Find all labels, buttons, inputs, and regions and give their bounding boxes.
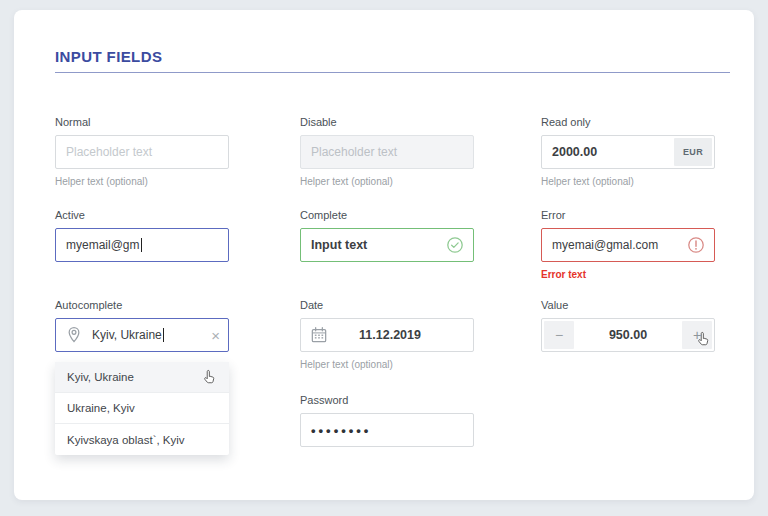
- placeholder-text: Placeholder text: [311, 145, 397, 159]
- decrement-button[interactable]: −: [544, 321, 574, 349]
- text-caret: [141, 238, 142, 252]
- active-value: myemail@gm: [66, 238, 140, 252]
- error-text: Error text: [541, 269, 715, 280]
- complete-input[interactable]: Input text: [300, 228, 474, 262]
- autocomplete-dropdown: Kyiv, Ukraine Ukraine, Kyiv Kyivskaya ob…: [55, 362, 229, 455]
- field-normal: Normal Placeholder text Helper text (opt…: [55, 116, 229, 187]
- readonly-input: 2000.00 EUR: [541, 135, 715, 169]
- autocomplete-value: Kyiv, Ukraine: [92, 328, 162, 342]
- hand-cursor-icon: [694, 331, 711, 348]
- error-value: myemai@gmal.com: [552, 238, 658, 252]
- normal-input[interactable]: Placeholder text: [55, 135, 229, 169]
- field-label: Disable: [300, 116, 474, 128]
- field-label: Autocomplete: [55, 299, 229, 311]
- field-complete: Complete Input text: [300, 209, 474, 262]
- field-readonly: Read only 2000.00 EUR Helper text (optio…: [541, 116, 715, 187]
- field-label: Complete: [300, 209, 474, 221]
- quantity-stepper[interactable]: − 950.00 +: [541, 318, 715, 352]
- dropdown-option-label: Ukraine, Kyiv: [67, 402, 135, 414]
- complete-value: Input text: [311, 238, 367, 252]
- field-label: Date: [300, 299, 474, 311]
- password-value: ••••••••: [311, 423, 371, 438]
- title-divider: [55, 72, 730, 73]
- error-circle-icon: [687, 236, 705, 254]
- location-pin-icon: [64, 325, 84, 345]
- field-active: Active myemail@gm: [55, 209, 229, 262]
- field-label: Active: [55, 209, 229, 221]
- page-title: INPUT FIELDS: [55, 48, 162, 65]
- dropdown-option[interactable]: Ukraine, Kyiv: [55, 393, 229, 424]
- dropdown-option[interactable]: Kyivskaya oblast`, Kyiv: [55, 424, 229, 455]
- field-label: Error: [541, 209, 715, 221]
- field-label: Value: [541, 299, 715, 311]
- field-password: Password ••••••••: [300, 394, 474, 447]
- field-label: Password: [300, 394, 474, 406]
- dropdown-option[interactable]: Kyiv, Ukraine: [55, 362, 229, 393]
- calendar-icon[interactable]: [309, 325, 329, 345]
- field-label: Read only: [541, 116, 715, 128]
- readonly-value: 2000.00: [552, 145, 597, 159]
- error-input[interactable]: myemai@gmal.com: [541, 228, 715, 262]
- placeholder-text: Placeholder text: [66, 145, 152, 159]
- check-circle-icon: [446, 236, 464, 254]
- currency-suffix: EUR: [674, 138, 712, 166]
- field-autocomplete: Autocomplete Kyiv, Ukraine × Kyiv, Ukrai…: [55, 299, 229, 352]
- field-value-stepper: Value − 950.00 +: [541, 299, 715, 352]
- active-input[interactable]: myemail@gm: [55, 228, 229, 262]
- input-fields-card: INPUT FIELDS Normal Placeholder text Hel…: [14, 10, 754, 500]
- field-error: Error myemai@gmal.com Error text: [541, 209, 715, 280]
- field-disable: Disable Placeholder text Helper text (op…: [300, 116, 474, 187]
- clear-icon[interactable]: ×: [211, 328, 220, 343]
- password-input[interactable]: ••••••••: [300, 413, 474, 447]
- field-date: Date 11.12.2019 Helper text (optional): [300, 299, 474, 370]
- helper-text: Helper text (optional): [300, 176, 474, 187]
- autocomplete-input[interactable]: Kyiv, Ukraine ×: [55, 318, 229, 352]
- date-input[interactable]: 11.12.2019: [300, 318, 474, 352]
- dropdown-option-label: Kyiv, Ukraine: [67, 371, 134, 383]
- helper-text: Helper text (optional): [300, 359, 474, 370]
- dropdown-option-label: Kyivskaya oblast`, Kyiv: [67, 434, 185, 446]
- text-caret: [163, 328, 164, 342]
- date-value: 11.12.2019: [337, 328, 463, 342]
- helper-text: Helper text (optional): [55, 176, 229, 187]
- hand-cursor-icon: [200, 369, 217, 386]
- field-label: Normal: [55, 116, 229, 128]
- disabled-input: Placeholder text: [300, 135, 474, 169]
- helper-text: Helper text (optional): [541, 176, 715, 187]
